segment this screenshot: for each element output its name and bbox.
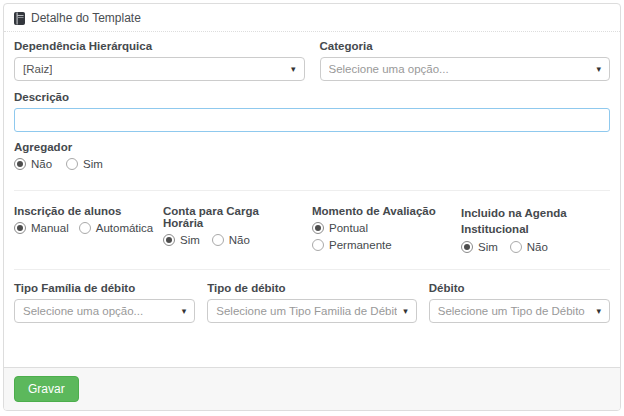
- agregador-radio-sim[interactable]: Sim: [66, 158, 103, 170]
- caret-down-icon: ▾: [403, 306, 408, 316]
- descricao-input[interactable]: [14, 108, 610, 132]
- field-momento-avaliacao: Momento de Avaliação Pontual Permanente: [312, 205, 461, 253]
- caret-down-icon: ▾: [596, 64, 601, 74]
- caret-down-icon: ▾: [291, 64, 296, 74]
- agenda-radio-nao[interactable]: Não: [510, 241, 548, 253]
- conta-carga-radio-sim[interactable]: Sim: [163, 234, 200, 246]
- tipo-familia-select-value: Selecione uma opção...: [23, 305, 143, 317]
- radio-label: Permanente: [329, 239, 392, 251]
- radio-label: Automática: [96, 222, 154, 234]
- conta-carga-radio-nao-input[interactable]: [212, 234, 224, 246]
- dependencia-select[interactable]: [Raiz] ▾: [14, 57, 305, 81]
- divider: [14, 190, 610, 191]
- agenda-radio-sim[interactable]: Sim: [461, 241, 498, 253]
- field-tipo-debito: Tipo de débito Selecione um Tipo Familia…: [207, 282, 416, 323]
- categoria-label: Categoria: [320, 40, 611, 52]
- debito-select[interactable]: Selecione um Tipo de Débito ▾: [429, 299, 610, 323]
- agregador-label: Agregador: [14, 141, 610, 153]
- momento-radio-pontual-input[interactable]: [312, 222, 324, 234]
- field-conta-carga-horaria: Conta para Carga Horária Sim Não: [163, 205, 312, 253]
- panel-footer: Gravar: [4, 367, 620, 410]
- field-categoria: Categoria Selecione uma opção... ▾: [320, 40, 611, 81]
- field-descricao: Descrição: [14, 91, 610, 132]
- tipo-debito-select-value: Selecione um Tipo Familia de Débit: [216, 305, 397, 317]
- radio-label: Sim: [180, 234, 200, 246]
- template-file-icon: [14, 12, 25, 25]
- inscricao-radio-automatica[interactable]: Automática: [79, 222, 154, 234]
- conta-carga-radio-nao[interactable]: Não: [212, 234, 250, 246]
- radio-label: Sim: [478, 241, 498, 253]
- panel-heading: Detalhe do Template: [4, 4, 620, 32]
- caret-down-icon: ▾: [596, 306, 601, 316]
- agregador-radio-nao-input[interactable]: [14, 158, 26, 170]
- panel-body: Dependência Hierárquica [Raiz] ▾ Categor…: [4, 32, 620, 367]
- agenda-radio-sim-input[interactable]: [461, 241, 473, 253]
- agregador-radio-sim-input[interactable]: [66, 158, 78, 170]
- momento-radio-permanente[interactable]: Permanente: [312, 239, 447, 251]
- inscricao-label: Inscrição de alunos: [14, 205, 149, 217]
- tipo-familia-label: Tipo Família de débito: [14, 282, 195, 294]
- descricao-label: Descrição: [14, 91, 610, 103]
- panel-title: Detalhe do Template: [31, 11, 141, 25]
- radio-label: Manual: [31, 222, 69, 234]
- conta-carga-radio-sim-input[interactable]: [163, 234, 175, 246]
- debito-select-value: Selecione um Tipo de Débito: [438, 305, 585, 317]
- categoria-select[interactable]: Selecione uma opção... ▾: [320, 57, 611, 81]
- radio-label: Não: [31, 158, 52, 170]
- field-inscricao-alunos: Inscrição de alunos Manual Automática: [14, 205, 163, 253]
- radio-label: Não: [527, 241, 548, 253]
- categoria-select-value: Selecione uma opção...: [329, 63, 449, 75]
- inscricao-radio-manual[interactable]: Manual: [14, 222, 69, 234]
- agenda-label: Incluido na Agenda Institucional: [461, 205, 610, 237]
- radio-label: Sim: [83, 158, 103, 170]
- agenda-radio-nao-input[interactable]: [510, 241, 522, 253]
- dependencia-label: Dependência Hierárquica: [14, 40, 305, 52]
- momento-radio-pontual[interactable]: Pontual: [312, 222, 447, 234]
- debito-label: Débito: [429, 282, 610, 294]
- momento-label: Momento de Avaliação: [312, 205, 447, 217]
- caret-down-icon: ▾: [182, 306, 187, 316]
- field-tipo-familia-debito: Tipo Família de débito Selecione uma opç…: [14, 282, 195, 323]
- tipo-debito-label: Tipo de débito: [207, 282, 416, 294]
- inscricao-radio-manual-input[interactable]: [14, 222, 26, 234]
- template-detail-panel: Detalhe do Template Dependência Hierárqu…: [3, 3, 621, 411]
- field-debito: Débito Selecione um Tipo de Débito ▾: [429, 282, 610, 323]
- conta-carga-label: Conta para Carga Horária: [163, 205, 298, 229]
- save-button[interactable]: Gravar: [14, 376, 79, 402]
- dependencia-select-value: [Raiz]: [23, 63, 52, 75]
- field-dependencia-hierarquica: Dependência Hierárquica [Raiz] ▾: [14, 40, 305, 81]
- inscricao-radio-automatica-input[interactable]: [79, 222, 91, 234]
- field-agregador: Agregador Não Sim: [14, 141, 610, 170]
- field-agenda-institucional: Incluido na Agenda Institucional Sim Não: [461, 205, 610, 253]
- radio-label: Não: [229, 234, 250, 246]
- divider: [14, 269, 610, 270]
- tipo-familia-select[interactable]: Selecione uma opção... ▾: [14, 299, 195, 323]
- agregador-radio-nao[interactable]: Não: [14, 158, 52, 170]
- radio-label: Pontual: [329, 222, 368, 234]
- tipo-debito-select[interactable]: Selecione um Tipo Familia de Débit ▾: [207, 299, 416, 323]
- momento-radio-permanente-input[interactable]: [312, 239, 324, 251]
